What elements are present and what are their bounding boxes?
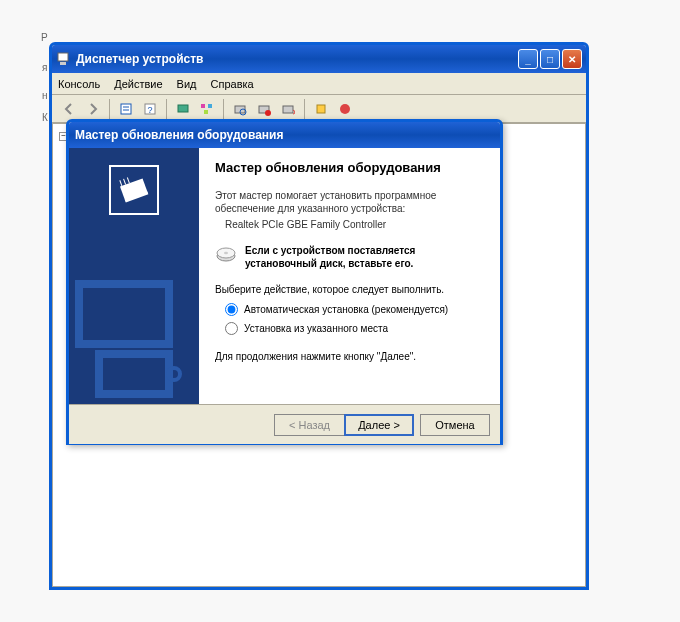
svg-rect-9 — [208, 104, 212, 108]
app-icon — [56, 51, 72, 67]
svg-line-26 — [127, 178, 129, 184]
radio-specific-label: Установка из указанного места — [244, 323, 388, 334]
uninstall-button[interactable]: ✕ — [277, 98, 299, 120]
wizard-content: Мастер обновления оборудования Этот маст… — [199, 148, 500, 404]
titlebar[interactable]: Диспетчер устройств _ □ ✕ — [52, 45, 586, 73]
svg-text:✕: ✕ — [292, 108, 295, 116]
wizard-description: Этот мастер помогает установить программ… — [215, 189, 484, 215]
cd-icon — [215, 244, 237, 268]
stray-text: я — [42, 62, 47, 73]
stray-text: К — [42, 112, 48, 123]
radio-auto-install[interactable]: Автоматическая установка (рекомендуется) — [225, 303, 484, 316]
radio-specific-location[interactable]: Установка из указанного места — [225, 322, 484, 335]
radio-auto-label: Автоматическая установка (рекомендуется) — [244, 304, 448, 315]
wizard-footer: < Назад Далее > Отмена — [69, 404, 500, 444]
svg-line-24 — [120, 180, 122, 186]
stray-text: н — [42, 90, 48, 101]
menu-action[interactable]: Действие — [114, 78, 162, 90]
scan-button[interactable] — [229, 98, 251, 120]
menu-bar: Консоль Действие Вид Справка — [52, 73, 586, 95]
maximize-button[interactable]: □ — [540, 49, 560, 69]
toolbar-separator — [109, 99, 110, 119]
update-driver-button[interactable] — [310, 98, 332, 120]
svg-rect-2 — [121, 104, 131, 114]
forward-button[interactable] — [82, 98, 104, 120]
svg-point-18 — [340, 104, 350, 114]
svg-rect-0 — [58, 53, 68, 61]
sidebar-decoration — [69, 264, 199, 404]
window-controls: _ □ ✕ — [518, 49, 582, 69]
svg-rect-8 — [201, 104, 205, 108]
toolbar-separator — [223, 99, 224, 119]
wizard-title: Мастер обновления оборудования — [75, 128, 283, 142]
radio-specific-input[interactable] — [225, 322, 238, 335]
device-icon-button[interactable] — [172, 98, 194, 120]
svg-rect-17 — [317, 105, 325, 113]
wizard-titlebar[interactable]: Мастер обновления оборудования — [69, 122, 500, 148]
cancel-button[interactable]: Отмена — [420, 414, 490, 436]
svg-point-14 — [265, 110, 271, 116]
next-button[interactable]: Далее > — [344, 414, 414, 436]
svg-line-25 — [124, 179, 126, 185]
svg-rect-7 — [178, 105, 188, 112]
help-button[interactable]: ? — [139, 98, 161, 120]
choose-action-label: Выберите действие, которое следует выпол… — [215, 284, 484, 295]
radio-auto-input[interactable] — [225, 303, 238, 316]
svg-rect-1 — [60, 62, 66, 65]
svg-rect-27 — [79, 284, 169, 344]
menu-help[interactable]: Справка — [211, 78, 254, 90]
minimize-button[interactable]: _ — [518, 49, 538, 69]
nav-button-group: < Назад Далее > — [274, 414, 414, 436]
svg-rect-10 — [204, 110, 208, 114]
continue-hint: Для продолжения нажмите кнопку "Далее". — [215, 351, 484, 362]
close-button[interactable]: ✕ — [562, 49, 582, 69]
window-title: Диспетчер устройств — [76, 52, 518, 66]
toolbar-separator — [166, 99, 167, 119]
cd-hint-row: Если с устройством поставляется установо… — [215, 244, 484, 270]
toolbar-separator — [304, 99, 305, 119]
stray-text: Р — [41, 32, 48, 43]
cd-hint-text: Если с устройством поставляется установо… — [245, 244, 484, 270]
wizard-sidebar — [69, 148, 199, 404]
tree-view-button[interactable] — [196, 98, 218, 120]
menu-view[interactable]: Вид — [177, 78, 197, 90]
hardware-install-icon — [104, 160, 164, 222]
menu-console[interactable]: Консоль — [58, 78, 100, 90]
wizard-heading: Мастер обновления оборудования — [215, 160, 484, 177]
back-button: < Назад — [274, 414, 344, 436]
svg-point-29 — [168, 368, 180, 380]
device-name: Realtek PCIe GBE Family Controller — [215, 219, 484, 230]
radio-group: Автоматическая установка (рекомендуется)… — [215, 303, 484, 335]
svg-point-32 — [224, 252, 228, 254]
svg-text:?: ? — [147, 105, 152, 115]
action-button[interactable] — [334, 98, 356, 120]
wizard-body: Мастер обновления оборудования Этот маст… — [69, 148, 500, 404]
disable-button[interactable] — [253, 98, 275, 120]
properties-button[interactable] — [115, 98, 137, 120]
hardware-update-wizard: Мастер обновления оборудования — [66, 119, 503, 445]
svg-rect-28 — [99, 354, 169, 394]
back-button[interactable] — [58, 98, 80, 120]
